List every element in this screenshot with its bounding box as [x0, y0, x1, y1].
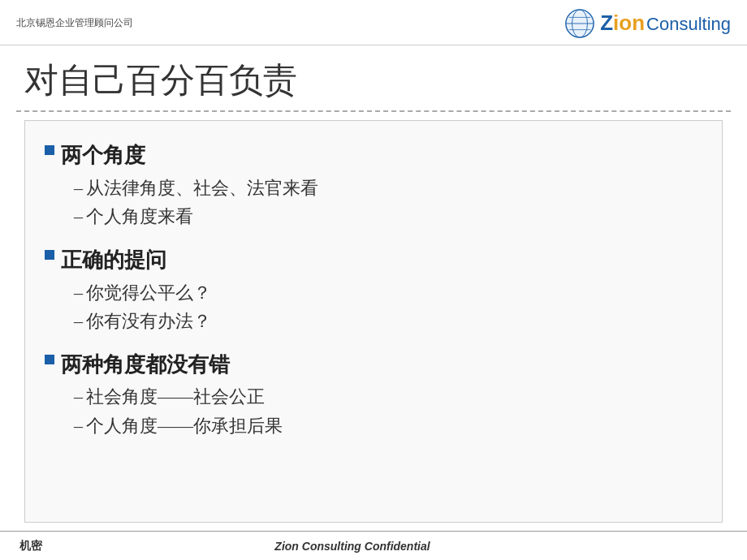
logo-z-letter: Z — [600, 11, 613, 35]
sub-item: 个人角度来看 — [74, 202, 697, 230]
sub-item: 从法律角度、社会、法官来看 — [74, 174, 697, 202]
sub-items-section3: 社会角度——社会公正个人角度——你承担后果 — [74, 382, 697, 439]
bullet-section-section3: 两种角度都没有错社会角度——社会公正个人角度——你承担后果 — [45, 350, 697, 446]
bullet-main-text: 两种角度都没有错 — [61, 350, 230, 379]
bullet-main-section2: 正确的提问 — [45, 245, 697, 274]
bullet-main-text: 两个角度 — [61, 140, 145, 170]
content-area: 两个角度从法律角度、社会、法官来看个人角度来看正确的提问你觉得公平么？你有没有办… — [0, 112, 747, 531]
slide-container: 北京锡恩企业管理顾问公司 Zion Consulting 对自己百分百负责 — [0, 0, 747, 560]
bullet-section-section1: 两个角度从法律角度、社会、法官来看个人角度来看 — [45, 140, 697, 237]
logo-consulting-text: Consulting — [646, 14, 731, 35]
footer-confidential-cn: 机密 — [19, 539, 42, 554]
sub-item: 个人角度——你承担后果 — [74, 411, 697, 440]
sub-items-section1: 从法律角度、社会、法官来看个人角度来看 — [74, 174, 697, 230]
bullet-main-text: 正确的提问 — [61, 245, 166, 274]
bullet-square-icon — [45, 355, 54, 364]
header: 北京锡恩企业管理顾问公司 Zion Consulting — [0, 0, 747, 45]
company-name-cn: 北京锡恩企业管理顾问公司 — [16, 16, 133, 30]
logo-globe-icon — [564, 8, 595, 39]
main-title: 对自己百分百负责 — [24, 60, 723, 101]
title-area: 对自己百分百负责 — [0, 45, 747, 107]
sub-item: 你有没有办法？ — [74, 307, 697, 335]
bullet-section-section2: 正确的提问你觉得公平么？你有没有办法？ — [45, 245, 697, 342]
sub-item: 你觉得公平么？ — [74, 278, 697, 307]
footer-confidential-en: Zion Consulting Confidential — [274, 540, 430, 553]
bullet-square-icon — [45, 145, 54, 155]
logo-ion-letters: ion — [613, 11, 645, 35]
sub-item: 社会角度——社会公正 — [74, 382, 697, 411]
bullet-main-section3: 两种角度都没有错 — [45, 350, 697, 379]
svg-point-5 — [566, 9, 594, 37]
bullet-main-section1: 两个角度 — [45, 140, 697, 170]
logo-text: Zion Consulting — [600, 11, 731, 36]
footer: 机密 Zion Consulting Confidential — [0, 531, 747, 560]
logo-area: Zion Consulting — [564, 8, 731, 39]
logo-zion: Zion — [600, 11, 645, 36]
content-box: 两个角度从法律角度、社会、法官来看个人角度来看正确的提问你觉得公平么？你有没有办… — [24, 120, 723, 523]
bullet-square-icon — [45, 250, 54, 260]
sub-items-section2: 你觉得公平么？你有没有办法？ — [74, 278, 697, 335]
